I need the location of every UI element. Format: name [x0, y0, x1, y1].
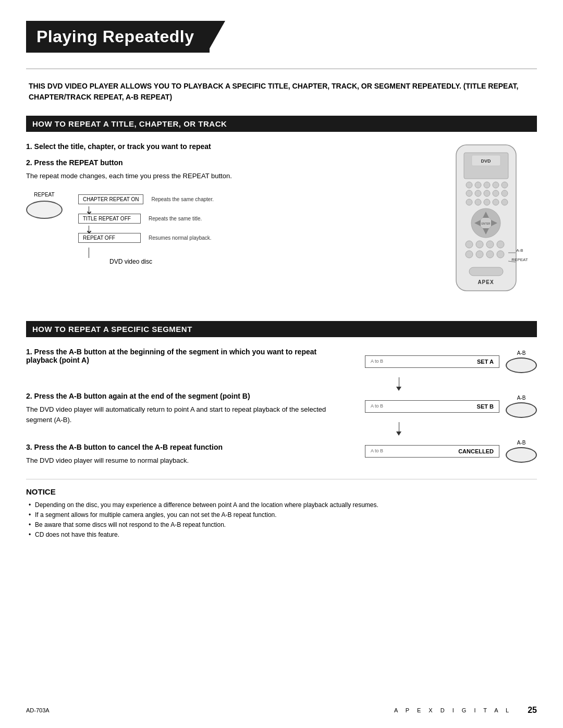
svg-point-30: [466, 251, 473, 258]
step2-title: 2. Press the REPEAT button: [26, 158, 430, 167]
flow-box-2: TITLE REPEAT OFF: [78, 214, 141, 224]
ab-button-1: [506, 357, 537, 373]
footer-model: AD-703A: [26, 707, 50, 713]
svg-point-27: [476, 241, 483, 248]
svg-point-13: [501, 190, 508, 196]
seg3-label: A to B: [371, 448, 383, 454]
intro-text: THIS DVD VIDEO PLAYER ALLOWS YOU TO PLAY…: [29, 81, 537, 103]
repeat-label: REPEAT: [34, 192, 54, 198]
svg-point-15: [475, 199, 481, 205]
section2-text: 1. Press the A-B button at the beginning…: [26, 348, 349, 466]
ab-label-2: A-B: [517, 395, 526, 401]
svg-text:REPEAT: REPEAT: [511, 257, 528, 262]
flow-diagram: CHAPTER REPEAT ON Repeats the same chapt…: [78, 192, 430, 265]
page-container: Playing Repeatedly THIS DVD VIDEO PLAYER…: [0, 0, 563, 728]
seg-step2-body: The DVD video player will automatically …: [26, 404, 349, 425]
flow-desc-2: Repeats the same title.: [149, 216, 202, 221]
ab-label-1: A-B: [517, 350, 526, 356]
svg-point-6: [484, 182, 490, 188]
svg-point-9: [466, 190, 472, 196]
repeat-oval-button: [26, 201, 63, 219]
svg-point-12: [493, 190, 499, 196]
svg-point-29: [497, 241, 504, 248]
svg-point-10: [475, 190, 481, 196]
svg-rect-38: [469, 267, 503, 276]
segment-diagram: A to B SET A A-B: [365, 348, 537, 466]
remote-illustration: DVD: [440, 142, 537, 305]
flow-desc-1: Repeats the same chapter.: [151, 196, 214, 202]
seg-step2-title: 2. Press the A-B button again at the end…: [26, 392, 349, 400]
flow-box-3: REPEAT OFF: [78, 233, 141, 243]
notice-item-1: Depending on the disc, you may experienc…: [29, 500, 537, 510]
seg2-label: A to B: [371, 403, 383, 410]
seg-step3-title: 3. Press the A-B button to cancel the A-…: [26, 443, 349, 451]
svg-text:APEX: APEX: [478, 279, 494, 285]
notice-item-4: CD does not have this feature.: [29, 530, 537, 540]
notice-section: NOTICE Depending on the disc, you may ex…: [26, 479, 537, 540]
svg-point-11: [484, 190, 490, 196]
seg3-value: CANCELLED: [458, 448, 494, 454]
page-title: Playing Repeatedly: [36, 27, 194, 46]
repeat-button-diagram: REPEAT: [26, 192, 63, 219]
svg-point-17: [493, 199, 499, 205]
dvd-label: DVD video disc: [109, 258, 430, 265]
svg-point-32: [486, 251, 494, 258]
section1-header: HOW TO REPEAT A TITLE, CHAPTER, OR TRACK: [26, 116, 537, 132]
svg-point-31: [476, 251, 483, 258]
flow-box-1: CHAPTER REPEAT ON: [78, 194, 143, 204]
svg-text:DVD: DVD: [481, 158, 491, 164]
ab-button-3: [506, 447, 537, 463]
footer-page: 25: [528, 706, 537, 715]
seg2-value: SET B: [477, 403, 494, 410]
svg-point-28: [486, 241, 494, 248]
footer: AD-703A A P E X D I G I T A L 25: [26, 706, 537, 715]
svg-point-33: [497, 251, 504, 258]
svg-text:ENTER: ENTER: [482, 222, 491, 225]
seg-step3-body: The DVD video player will resume to norm…: [26, 455, 349, 466]
section1-text: 1. Select the title, chapter, or track y…: [26, 142, 430, 305]
title-banner: Playing Repeatedly: [26, 21, 210, 53]
section2-header: HOW TO REPEAT A SPECIFIC SEGMENT: [26, 321, 537, 337]
seg-step1-title: 1. Press the A-B button at the beginning…: [26, 348, 349, 364]
flow-desc-3: Resumes normal playback.: [149, 235, 212, 241]
svg-point-4: [466, 182, 472, 188]
ab-button-2: [506, 402, 537, 418]
svg-point-16: [484, 199, 490, 205]
svg-point-8: [501, 182, 508, 188]
svg-point-7: [493, 182, 499, 188]
step1-title: 1. Select the title, chapter, or track y…: [26, 142, 430, 151]
svg-text:A-B: A-B: [516, 248, 523, 253]
seg1-label: A to B: [371, 359, 383, 365]
notice-list: Depending on the disc, you may experienc…: [26, 500, 537, 540]
svg-point-18: [501, 199, 508, 205]
footer-brand: A P E X D I G I T A L: [394, 707, 512, 713]
notice-title: NOTICE: [26, 487, 537, 496]
ab-label-3: A-B: [517, 440, 526, 446]
remote-svg: DVD: [440, 142, 537, 304]
svg-point-26: [466, 241, 473, 248]
notice-item-3: Be aware that some discs will not respon…: [29, 520, 537, 530]
svg-point-14: [466, 199, 472, 205]
step2-body: The repeat mode changes, each time you p…: [26, 171, 430, 181]
notice-item-2: If a segment allows for multiple camera …: [29, 510, 537, 520]
svg-point-5: [475, 182, 481, 188]
seg1-value: SET A: [477, 359, 494, 365]
